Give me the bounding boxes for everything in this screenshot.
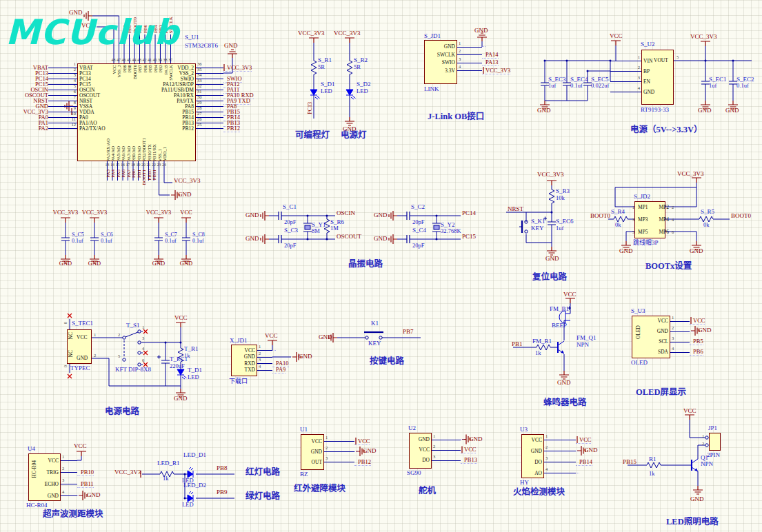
cap-value: 0.1uf xyxy=(736,83,749,89)
block-title: 红外避障模块 xyxy=(294,484,345,493)
pin-row: 3EN xyxy=(610,76,662,87)
resistor-ref: S_R4 xyxy=(611,209,625,215)
led-icon xyxy=(188,491,193,502)
net-label: GND xyxy=(224,43,238,49)
block-title: 电源电路 xyxy=(105,407,139,416)
gnd-icon xyxy=(559,371,569,379)
buzzer-value: BEEP xyxy=(552,323,567,329)
regulator-ref: S_U2 xyxy=(641,41,655,48)
net-label: NRST xyxy=(508,206,523,212)
pin-number: 2 xyxy=(118,333,120,338)
pin-row: GND2 xyxy=(632,326,705,336)
block-title: 电源灯 xyxy=(341,131,367,140)
pin-wire: 4 xyxy=(457,67,482,75)
pin-wire: 1 xyxy=(610,56,641,66)
capacitor-icon xyxy=(157,356,170,364)
cap-value: 1uf xyxy=(548,83,556,89)
pin-col: PA5/AO15PA5 xyxy=(115,135,121,211)
net-label: GND xyxy=(299,354,312,360)
pin-name: NC xyxy=(68,332,74,339)
transistor-value: NPN xyxy=(701,461,713,467)
led-value: LED xyxy=(357,88,368,94)
pin-row: ECHO3PB11 xyxy=(28,478,94,490)
resistor-value: 10k xyxy=(556,195,565,201)
net-label: GND xyxy=(619,248,633,254)
pin-row: SCL3PB5 xyxy=(632,336,705,347)
power-icon xyxy=(181,218,191,223)
pin-number: 2 xyxy=(94,354,96,358)
pin-row: TRIG2PB10 xyxy=(28,467,94,478)
header-ref: JP1 xyxy=(708,425,717,431)
resistor-ref: S_R2 xyxy=(354,57,368,63)
flame-pins: VCC1VCCGND2DO3PB14AO4 xyxy=(521,434,592,478)
mcu-ref: S_U1 xyxy=(185,34,199,41)
resistor-icon xyxy=(347,61,352,74)
pin-wire: 3 xyxy=(610,76,641,87)
net-label: PB9 xyxy=(217,489,228,495)
pin-wire: 2 xyxy=(324,447,354,457)
power-icon xyxy=(61,218,70,223)
resistor-value: 0k xyxy=(703,222,710,228)
module-ref: U1 xyxy=(300,427,308,433)
net-label: VCC xyxy=(174,315,188,321)
gnd-icon xyxy=(90,255,99,263)
module-part: HC-R04 xyxy=(26,502,48,509)
mcuclub-logo: MCUclub xyxy=(6,12,179,52)
key-value: KEY xyxy=(368,340,381,347)
module-ref: U2 xyxy=(408,425,416,431)
module-ref: U4 xyxy=(28,446,35,452)
net-label: GND xyxy=(319,334,332,340)
power-icon xyxy=(268,340,277,345)
pin-col: PB2/BOOT120BOOT1 xyxy=(141,135,147,211)
pin-name: GND xyxy=(77,356,88,361)
power-icon xyxy=(565,298,575,303)
net-label: GND xyxy=(584,447,598,453)
resistor-ref: S_R3 xyxy=(556,188,570,194)
net-label: GND xyxy=(474,28,488,34)
no-connect-icon xyxy=(68,374,72,378)
cap-value: 1uf xyxy=(709,83,716,89)
pin-wire: 3 xyxy=(324,457,354,467)
pin-wire: 2 xyxy=(61,467,77,478)
resistor-icon xyxy=(647,462,661,468)
pin-number: 3 xyxy=(142,336,144,341)
pin-row: SWIO3PA13 xyxy=(424,59,510,67)
net-label: VCC xyxy=(74,443,87,449)
resistor-ref: T_R1 xyxy=(184,346,199,352)
capacitor-icon xyxy=(407,212,410,220)
pin-col: PA4/AO14PA4 xyxy=(110,135,116,211)
connector-part: TYPEC xyxy=(70,365,90,371)
pin-col: PB11/RX22PB11 xyxy=(152,135,157,211)
gnd-icon xyxy=(261,234,269,244)
gnd-icon xyxy=(389,234,397,244)
pin-wire: 3 xyxy=(48,76,77,81)
led-ref: T_D1 xyxy=(188,367,202,374)
switch-part: KFT DIP-8X8 xyxy=(115,367,151,373)
resistor-value: 1k xyxy=(535,350,541,356)
net-label: VCC_3V3 xyxy=(677,171,704,177)
crystal-icon xyxy=(432,223,441,232)
gnd-icon xyxy=(477,33,487,41)
npn-transistor-icon xyxy=(692,459,698,471)
pin-contact-icon xyxy=(705,436,708,439)
gnd-icon xyxy=(693,486,703,494)
net-label: OSCOUT xyxy=(337,234,361,240)
mcu-left-pins: VBAT1VBATPC132PC13PC143PC14PC154PC15OSCI… xyxy=(10,65,123,131)
resistor-icon xyxy=(549,190,554,203)
oled-pins: VCC1VCCGND2SCL3PB5SDA4PB6 xyxy=(632,316,705,357)
led-icon xyxy=(346,90,356,99)
header-body[interactable] xyxy=(709,433,721,451)
power-icon xyxy=(176,323,186,327)
pin-row: GND2 xyxy=(301,447,371,457)
module-part: BZ xyxy=(300,471,308,478)
pin-wire: 12 xyxy=(48,125,77,131)
jumper-row: 3MP3MP44 xyxy=(628,213,680,225)
block-title: 按键电路 xyxy=(370,357,404,366)
net-label: VCC xyxy=(683,408,696,414)
resistor-ref: R1 xyxy=(649,456,656,462)
pin-wire: 5 xyxy=(48,87,77,92)
block-title: 电源（5V-->3.3V） xyxy=(630,125,702,134)
gnd-icon xyxy=(61,255,70,263)
net-label: PB1 xyxy=(512,341,523,347)
cap-value: 0.022uf xyxy=(591,83,609,89)
